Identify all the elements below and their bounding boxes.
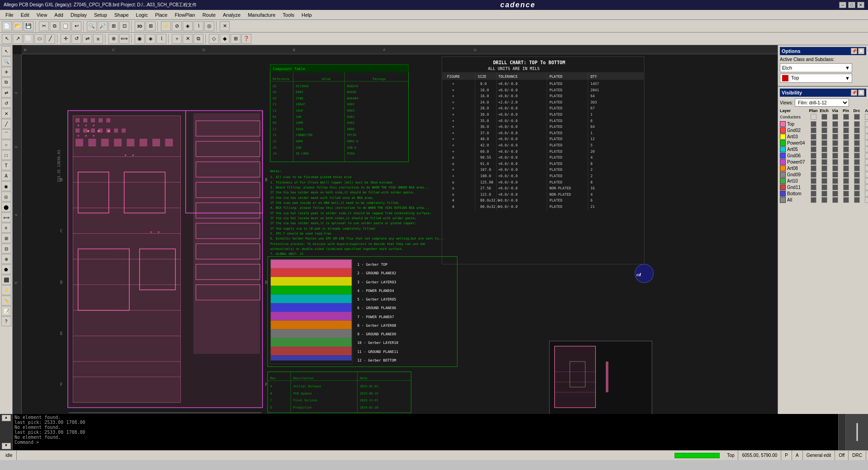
console-scroll-down[interactable]: ▼ [2, 443, 11, 449]
tb-zoom-out[interactable]: 🔎 [98, 21, 108, 31]
tb-grid[interactable]: ⊞ [146, 21, 156, 31]
gnd11-via-cb[interactable] [832, 184, 838, 190]
tb2-snap[interactable]: ⊕ [108, 34, 118, 44]
lt-move[interactable]: ✛ [1, 67, 11, 77]
top-drc-cb[interactable] [854, 121, 860, 127]
tb-open[interactable]: 📂 [13, 21, 23, 31]
tb-zoom-fit[interactable]: ⊞ [108, 21, 118, 31]
gnd06-all-cb[interactable] [865, 153, 868, 159]
gnd02-etch-cb[interactable] [821, 127, 827, 133]
tb2-desel[interactable]: ↗ [13, 34, 23, 44]
gnd11-etch-cb[interactable] [821, 184, 827, 190]
menu-logic[interactable]: Logic [132, 11, 151, 19]
gnd11-plan-cb[interactable] [811, 184, 816, 190]
tb2-pad[interactable]: ◈ [146, 34, 156, 44]
lt-circle[interactable]: ○ [1, 140, 11, 150]
lt-script[interactable]: 📝 [1, 306, 11, 316]
gnd06-pin-cb[interactable] [843, 153, 849, 159]
art08-etch-cb[interactable] [821, 165, 827, 171]
lt-pad[interactable]: ⬤ [1, 202, 11, 212]
views-select[interactable]: Film: drill-1-12 [795, 99, 849, 107]
lt-mirror[interactable]: ⇌ [1, 88, 11, 98]
top-all-cb[interactable] [865, 121, 868, 127]
gnd02-pin-cb[interactable] [843, 127, 849, 133]
class-dropdown[interactable]: Etch ▼ [780, 63, 852, 72]
art03-drc-cb[interactable] [854, 134, 860, 140]
lt-split[interactable]: ⊟ [1, 244, 11, 254]
art05-pin-cb[interactable] [843, 146, 849, 152]
lt-delete[interactable]: ✕ [1, 108, 11, 118]
tb2-circle[interactable]: ⬭ [34, 34, 44, 44]
menu-add[interactable]: Add [51, 11, 67, 19]
tb2-via[interactable]: ◉ [135, 34, 145, 44]
bottom-drc-cb[interactable] [854, 191, 860, 197]
tb-drc[interactable]: ⚡ [161, 21, 171, 31]
art05-etch-cb[interactable] [821, 146, 827, 152]
power07-plan-cb[interactable] [811, 159, 816, 165]
visibility-close-button[interactable]: ✕ [858, 89, 864, 96]
lt-copy[interactable]: ⧉ [1, 77, 11, 87]
visibility-pin-button[interactable]: 📌 [851, 89, 857, 96]
lt-plane[interactable]: ⬛ [1, 275, 11, 285]
art10-etch-cb[interactable] [821, 178, 827, 184]
all-etch-cb[interactable] [821, 197, 827, 203]
art08-all-cb[interactable] [865, 165, 868, 171]
lt-arc[interactable]: ⌒ [1, 129, 11, 139]
gnd09-via-cb[interactable] [832, 172, 838, 178]
cond-plan-cb[interactable] [811, 114, 816, 120]
gnd09-drc-cb[interactable] [854, 172, 860, 178]
art08-plan-cb[interactable] [811, 165, 816, 171]
tb2-move[interactable]: ✛ [61, 34, 71, 44]
tb-3d[interactable]: 3D [135, 21, 145, 31]
bottom-via-cb[interactable] [832, 191, 838, 197]
menu-manufacture[interactable]: Manufacture [244, 11, 279, 19]
maximize-button[interactable]: □ [848, 2, 855, 8]
console-scroll-up[interactable]: ▲ [2, 415, 11, 421]
bottom-plan-cb[interactable] [811, 191, 816, 197]
art05-plan-cb[interactable] [811, 146, 816, 152]
tb-copy[interactable]: ⧉ [50, 21, 60, 31]
all-pin-cb[interactable] [843, 197, 849, 203]
art08-pin-cb[interactable] [843, 165, 849, 171]
console-prompt-row[interactable]: Command > [14, 440, 836, 445]
art10-drc-cb[interactable] [854, 178, 860, 184]
gnd02-all-cb[interactable] [865, 127, 868, 133]
menu-route[interactable]: Route [199, 11, 219, 19]
art03-etch-cb[interactable] [821, 134, 827, 140]
console-input[interactable] [39, 440, 836, 445]
tb2-more2[interactable]: ◆ [220, 34, 230, 44]
gnd11-pin-cb[interactable] [843, 184, 849, 190]
tb-fanout[interactable]: ◎ [204, 21, 214, 31]
tb2-more1[interactable]: ◇ [209, 34, 219, 44]
lt-heal[interactable]: ⊕ [1, 254, 11, 264]
power04-pin-cb[interactable] [843, 140, 849, 146]
tb-ratsnest[interactable]: ⊘ [172, 21, 182, 31]
art03-plan-cb[interactable] [811, 134, 816, 140]
power07-etch-cb[interactable] [821, 159, 827, 165]
subclass-dropdown[interactable]: Top ▼ [780, 74, 852, 83]
lt-select[interactable]: ↖ [1, 46, 11, 56]
power04-plan-cb[interactable] [811, 140, 816, 146]
power04-via-cb[interactable] [832, 140, 838, 146]
gnd02-drc-cb[interactable] [854, 127, 860, 133]
tb2-del[interactable]: ✕ [183, 34, 193, 44]
options-pin-button[interactable]: 📌 [851, 48, 857, 54]
top-via-cb[interactable] [832, 121, 838, 127]
lt-measure[interactable]: 📏 [1, 296, 11, 306]
gnd06-via-cb[interactable] [832, 153, 838, 159]
power07-drc-cb[interactable] [854, 159, 860, 165]
lt-drc2[interactable]: ⚡ [1, 285, 11, 295]
lt-shape[interactable]: ⬟ [1, 264, 11, 274]
gnd09-etch-cb[interactable] [821, 172, 827, 178]
power04-etch-cb[interactable] [821, 140, 827, 146]
tb2-add[interactable]: ＋ [172, 34, 182, 44]
window-controls[interactable]: ─ □ ✕ [839, 2, 864, 8]
lt-group[interactable]: ⊞ [1, 233, 11, 243]
pcb-canvas[interactable]: B C D E F G 2 3 4 5 [13, 45, 778, 414]
menu-analyze[interactable]: Analyze [219, 11, 244, 19]
art05-all-cb[interactable] [865, 146, 868, 152]
menu-edit[interactable]: Edit [17, 11, 33, 19]
art03-pin-cb[interactable] [843, 134, 849, 140]
tb2-prop[interactable]: ≡ [93, 34, 103, 44]
cond-etch-cb[interactable] [821, 114, 827, 120]
